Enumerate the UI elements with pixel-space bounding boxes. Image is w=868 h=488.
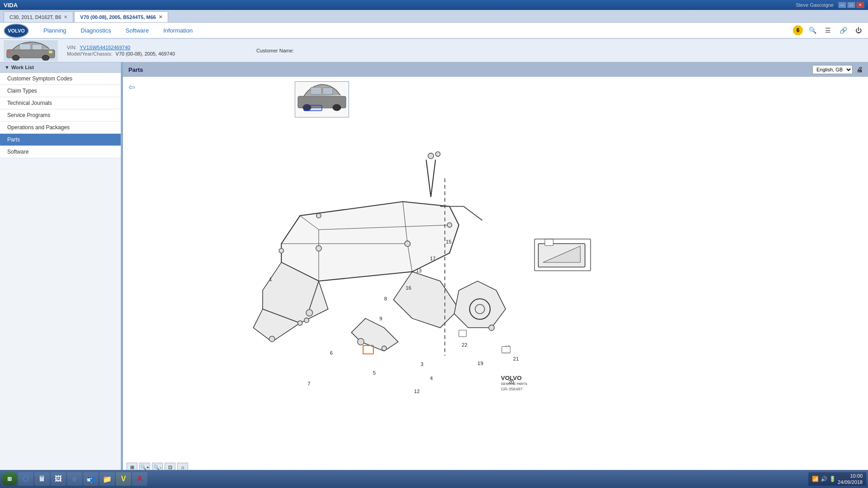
svg-point-2 (42, 55, 49, 61)
svg-point-28 (306, 310, 312, 316)
svg-rect-12 (304, 105, 322, 111)
tab-v70-label: V70 (00-08), 2005, B5244T5, M66 (80, 14, 156, 20)
close-button[interactable]: ✕ (856, 2, 864, 8)
system-clock: 10:00 24/09/2018 (838, 473, 863, 486)
part-label-22: 22 (462, 342, 467, 347)
part-label-8: 8 (384, 296, 387, 301)
svg-point-31 (269, 336, 274, 342)
language-select[interactable]: English, GB Swedish German French (812, 65, 853, 74)
app-logo: VIDA (4, 2, 18, 9)
taskbar-outlook2[interactable]: 📬 (83, 472, 99, 486)
model-row: Model/Year/Chassis: V70 (00-08), 2005, 4… (67, 51, 175, 56)
nav-software[interactable]: Software (118, 23, 156, 38)
model-value: V70 (00-08), 2005, 469740 (116, 51, 175, 56)
car-svg (6, 41, 56, 61)
part-label-13: 13 (416, 268, 422, 273)
svg-rect-6 (7, 51, 10, 53)
power-icon-btn[interactable]: ⏻ (853, 24, 864, 36)
parts-title: Parts (128, 66, 143, 73)
notification-badge[interactable]: 6 (793, 25, 803, 35)
part-ref: GR-356487 (501, 387, 523, 391)
svg-point-24 (435, 152, 440, 156)
tab-v70[interactable]: V70 (00-08), 2005, B5244T5, M66 ✕ (74, 11, 168, 22)
part-label-19: 19 (477, 361, 483, 366)
sidebar-item-service-programs[interactable]: Service Programs (0, 109, 121, 122)
parts-header-right: English, GB Swedish German French 🖨 (812, 65, 863, 74)
sidebar-item-operations-packages[interactable]: Operations and Packages (0, 122, 121, 134)
tab-v70-close[interactable]: ✕ (159, 14, 162, 19)
taskbar-explorer[interactable]: 📁 (99, 472, 115, 486)
svg-point-9 (333, 104, 341, 111)
tab-c30-close[interactable]: ✕ (64, 14, 67, 19)
tab-c30[interactable]: C30, 2011, D4162T, B6 ✕ (4, 11, 73, 22)
vin-label: VIN: (67, 45, 76, 50)
link-icon-btn[interactable]: 🔗 (837, 24, 849, 36)
taskbar-calculator[interactable]: 🖩 (34, 472, 50, 486)
part-label-21: 21 (513, 356, 519, 361)
collapse-icon: ▼ (5, 65, 9, 70)
title-bar-controls: Steve Gascoigne ─ □ ✕ (796, 2, 864, 8)
customer-name: Customer Name: (256, 48, 294, 53)
taskbar-photos[interactable]: 🖼 (51, 472, 66, 486)
svg-point-23 (428, 153, 434, 159)
nav-planning[interactable]: Planning (36, 23, 74, 38)
part-label-4: 4 (430, 375, 433, 381)
volvo-sub: GENUINE PARTS (501, 382, 527, 386)
svg-rect-10 (311, 87, 321, 94)
sidebar-item-technical-journals[interactable]: Technical Journals (0, 97, 121, 109)
clock-date: 24/09/2018 (838, 479, 863, 485)
taskbar: ⊞ O 🖩 🖼 e 📬 📁 V A 📶 🔊 🔋 10:00 24/09/2018 (0, 470, 868, 488)
svg-rect-36 (459, 330, 467, 337)
sidebar: ▼ Work List Customer Symptom Codes Claim… (0, 62, 121, 475)
model-label: Model/Year/Chassis: (67, 51, 112, 56)
svg-rect-37 (502, 347, 510, 353)
tray-volume-icon: 🔊 (821, 476, 827, 482)
part-label-7: 7 (307, 381, 310, 386)
content-area: ▼ Work List Customer Symptom Codes Claim… (0, 62, 868, 475)
svg-point-29 (304, 318, 309, 323)
part-label-17: 17 (430, 256, 436, 261)
back-arrow[interactable]: ⇦ (128, 82, 135, 92)
diagram-area: ⇦ (123, 77, 868, 475)
car-thumbnail (4, 40, 58, 61)
volvo-brand: VOLVO (501, 375, 522, 381)
nav-information[interactable]: Information (156, 23, 200, 38)
parts-diagram: 1 2 3 4 5 6 7 8 9 10 11 12 13 14 15 16 1… (213, 113, 620, 393)
svg-point-17 (405, 241, 410, 246)
tray-battery-icon: 🔋 (829, 476, 836, 482)
car-diag-svg (297, 83, 347, 116)
taskbar-acrobat[interactable]: A (132, 472, 147, 486)
menu-icon-btn[interactable]: ☰ (822, 24, 834, 36)
vin-info: VIN: YV1SW544152469740 Model/Year/Chassi… (67, 45, 175, 56)
taskbar-ie[interactable]: e (67, 472, 82, 486)
nav-diagnostics[interactable]: Diagnostics (74, 23, 118, 38)
part-label-12: 12 (414, 389, 420, 393)
svg-point-30 (358, 338, 364, 345)
sidebar-section-label: Work List (11, 65, 34, 70)
sidebar-item-software[interactable]: Software (0, 146, 121, 158)
volvo-logo: VOLVO (4, 23, 29, 38)
taskbar-right: 📶 🔊 🔋 10:00 24/09/2018 (808, 472, 866, 486)
taskbar-outlook[interactable]: O (18, 472, 33, 486)
main-nav: VOLVO Planning Diagnostics Software Info… (0, 23, 868, 39)
start-button[interactable]: ⊞ (2, 472, 17, 486)
svg-line-21 (426, 160, 431, 197)
svg-point-20 (447, 223, 452, 227)
maximize-button[interactable]: □ (847, 2, 855, 8)
minimize-button[interactable]: ─ (838, 2, 846, 8)
highlighted-part-11 (363, 346, 373, 354)
sidebar-item-parts[interactable]: Parts (0, 134, 121, 146)
svg-rect-3 (19, 44, 31, 50)
sidebar-section-header[interactable]: ▼ Work List (0, 62, 121, 73)
vin-value[interactable]: YV1SW544152469740 (80, 45, 130, 50)
part-label-5: 5 (373, 370, 376, 375)
tray-network-icon: 📶 (812, 476, 819, 482)
taskbar-vida[interactable]: V (116, 472, 131, 486)
print-button[interactable]: 🖨 (856, 66, 863, 73)
search-icon-btn[interactable]: 🔍 (807, 24, 818, 36)
part-label-1: 1 (269, 277, 272, 282)
svg-point-18 (316, 213, 321, 218)
sidebar-item-claim-types[interactable]: Claim Types (0, 85, 121, 97)
sidebar-item-customer-symptom-codes[interactable]: Customer Symptom Codes (0, 73, 121, 85)
part-label-16: 16 (406, 285, 411, 291)
